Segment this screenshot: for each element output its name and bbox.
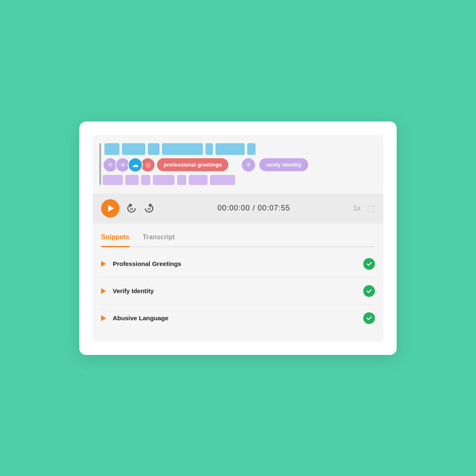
svg-text:10: 10 bbox=[147, 208, 151, 210]
timeline-section: ✳ ✳ ☁ ◎ professional greetings bbox=[93, 135, 383, 193]
forward-button[interactable]: 10 bbox=[144, 203, 154, 214]
speed-label[interactable]: 1x bbox=[353, 205, 360, 212]
snippets-list: Professional Greetings Verify Identity A… bbox=[93, 247, 383, 342]
check-icon-1 bbox=[363, 258, 375, 270]
blue-bar-6 bbox=[215, 143, 245, 155]
tabs-section: Snippets Transcript bbox=[93, 223, 383, 247]
forward-icon: 10 bbox=[144, 203, 154, 214]
blue-bar-2 bbox=[122, 143, 145, 155]
player-section: 10 10 00:00:00 / 00:07:55 1x ⬚ bbox=[93, 193, 383, 223]
snippet-play-icon-1 bbox=[101, 261, 106, 267]
snippet-item-verify-identity[interactable]: Verify Identity bbox=[101, 278, 375, 305]
snippet-name-3: Abusive Language bbox=[113, 314, 363, 322]
sun-icon-2: ✳ bbox=[120, 161, 126, 169]
rewind-button[interactable]: 10 bbox=[126, 203, 137, 214]
verify-identity-group[interactable]: ✳ verify identity bbox=[242, 158, 308, 172]
checkmark-3 bbox=[366, 315, 372, 321]
purple-bar-4 bbox=[153, 175, 175, 185]
snippet-play-icon-2 bbox=[101, 288, 106, 294]
purple-bar-2 bbox=[125, 175, 139, 185]
blue-bar-4 bbox=[162, 143, 203, 155]
main-card: ✳ ✳ ☁ ◎ professional greetings bbox=[79, 122, 397, 355]
time-separator: / bbox=[253, 204, 255, 212]
blue-bar-7 bbox=[247, 143, 256, 155]
total-time: 00:07:55 bbox=[258, 204, 290, 212]
purple-bar-1 bbox=[103, 175, 123, 185]
play-icon bbox=[108, 205, 114, 212]
time-display: 00:00:00 / 00:07:55 bbox=[161, 204, 347, 213]
svg-text:10: 10 bbox=[130, 208, 133, 210]
snippet-item-professional-greetings[interactable]: Professional Greetings bbox=[101, 251, 375, 278]
check-icon-3 bbox=[363, 312, 375, 324]
timeline-wrapper: ✳ ✳ ☁ ◎ professional greetings bbox=[99, 143, 377, 185]
cloud-icon: ☁ bbox=[132, 161, 139, 169]
caption-icon[interactable]: ⬚ bbox=[367, 203, 375, 213]
blue-bar-1 bbox=[104, 143, 119, 155]
track-purple bbox=[103, 175, 377, 185]
purple-bar-3 bbox=[141, 175, 150, 185]
play-button[interactable] bbox=[101, 199, 119, 218]
verify-sun-icon: ✳ bbox=[246, 161, 251, 169]
time-position-bar bbox=[99, 143, 101, 185]
tab-snippets[interactable]: Snippets bbox=[101, 230, 129, 247]
check-icon-2 bbox=[363, 285, 375, 297]
tab-transcript[interactable]: Transcript bbox=[143, 230, 175, 247]
checkmark-2 bbox=[366, 288, 372, 294]
headset-icon: ◎ bbox=[145, 161, 151, 169]
tabs-header: Snippets Transcript bbox=[101, 223, 375, 247]
snippet-name-1: Professional Greetings bbox=[113, 260, 363, 267]
purple-bar-5 bbox=[177, 175, 186, 185]
sun-icon-1: ✳ bbox=[108, 161, 113, 169]
current-time: 00:00:00 bbox=[218, 204, 250, 212]
checkmark-1 bbox=[366, 261, 372, 267]
snippet-name-2: Verify Identity bbox=[113, 287, 363, 294]
verify-circle: ✳ bbox=[242, 158, 255, 172]
purple-bar-6 bbox=[189, 175, 208, 185]
snippet-play-icon-3 bbox=[101, 315, 106, 321]
track-blue bbox=[103, 143, 377, 155]
purple-bar-7 bbox=[210, 175, 235, 185]
track-labels: ✳ ✳ ☁ ◎ professional greetings bbox=[103, 155, 377, 175]
professional-greetings-group[interactable]: ✳ ✳ ☁ ◎ professional greetings bbox=[103, 157, 228, 172]
blue-bar-3 bbox=[148, 143, 160, 155]
blue-bar-5 bbox=[205, 143, 213, 155]
snippet-item-abusive-language[interactable]: Abusive Language bbox=[101, 305, 375, 332]
professional-greetings-tag[interactable]: professional greetings bbox=[157, 158, 228, 171]
circle-blue-cloud: ☁ bbox=[128, 157, 143, 172]
verify-identity-tag[interactable]: verify identity bbox=[259, 158, 308, 171]
rewind-icon: 10 bbox=[126, 203, 137, 214]
